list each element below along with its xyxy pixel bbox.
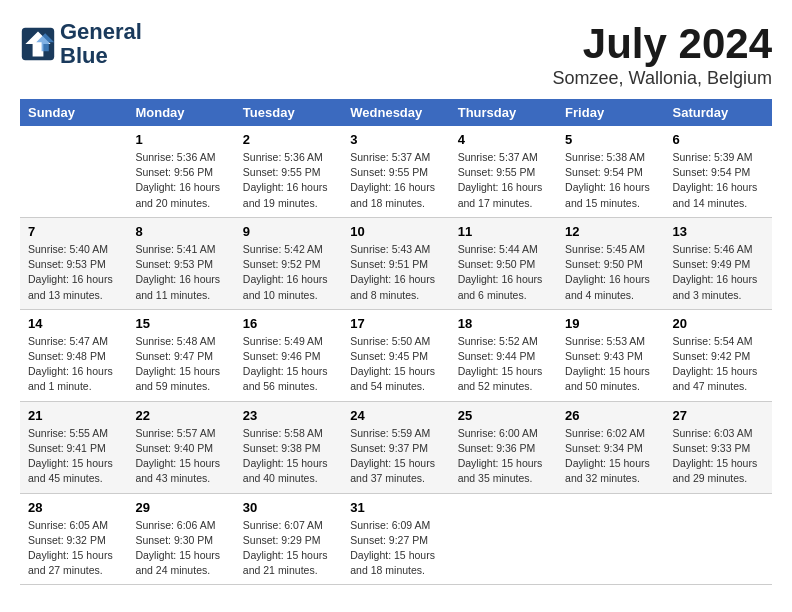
day-number: 31 [350,500,441,515]
cell-info: Sunrise: 5:59 AM Sunset: 9:37 PM Dayligh… [350,426,441,487]
calendar-cell: 28Sunrise: 6:05 AM Sunset: 9:32 PM Dayli… [20,493,127,585]
column-header-sunday: Sunday [20,99,127,126]
cell-info: Sunrise: 5:43 AM Sunset: 9:51 PM Dayligh… [350,242,441,303]
calendar-cell [557,493,664,585]
day-number: 10 [350,224,441,239]
day-number: 14 [28,316,119,331]
day-number: 24 [350,408,441,423]
cell-info: Sunrise: 5:39 AM Sunset: 9:54 PM Dayligh… [673,150,764,211]
day-number: 5 [565,132,656,147]
calendar-cell: 3Sunrise: 5:37 AM Sunset: 9:55 PM Daylig… [342,126,449,217]
month-title: July 2024 [553,20,772,68]
calendar-cell: 19Sunrise: 5:53 AM Sunset: 9:43 PM Dayli… [557,309,664,401]
calendar-cell: 31Sunrise: 6:09 AM Sunset: 9:27 PM Dayli… [342,493,449,585]
day-number: 13 [673,224,764,239]
day-number: 9 [243,224,334,239]
calendar-cell: 9Sunrise: 5:42 AM Sunset: 9:52 PM Daylig… [235,217,342,309]
calendar-cell: 20Sunrise: 5:54 AM Sunset: 9:42 PM Dayli… [665,309,772,401]
cell-info: Sunrise: 5:37 AM Sunset: 9:55 PM Dayligh… [350,150,441,211]
calendar-cell [450,493,557,585]
week-row-1: 1Sunrise: 5:36 AM Sunset: 9:56 PM Daylig… [20,126,772,217]
cell-info: Sunrise: 5:42 AM Sunset: 9:52 PM Dayligh… [243,242,334,303]
calendar-cell: 23Sunrise: 5:58 AM Sunset: 9:38 PM Dayli… [235,401,342,493]
cell-info: Sunrise: 5:38 AM Sunset: 9:54 PM Dayligh… [565,150,656,211]
column-header-thursday: Thursday [450,99,557,126]
calendar-cell: 8Sunrise: 5:41 AM Sunset: 9:53 PM Daylig… [127,217,234,309]
day-number: 29 [135,500,226,515]
cell-info: Sunrise: 5:57 AM Sunset: 9:40 PM Dayligh… [135,426,226,487]
cell-info: Sunrise: 5:47 AM Sunset: 9:48 PM Dayligh… [28,334,119,395]
calendar-cell: 7Sunrise: 5:40 AM Sunset: 9:53 PM Daylig… [20,217,127,309]
cell-info: Sunrise: 5:55 AM Sunset: 9:41 PM Dayligh… [28,426,119,487]
cell-info: Sunrise: 6:06 AM Sunset: 9:30 PM Dayligh… [135,518,226,579]
calendar-cell: 30Sunrise: 6:07 AM Sunset: 9:29 PM Dayli… [235,493,342,585]
day-number: 16 [243,316,334,331]
day-number: 25 [458,408,549,423]
calendar-cell: 24Sunrise: 5:59 AM Sunset: 9:37 PM Dayli… [342,401,449,493]
day-number: 17 [350,316,441,331]
column-header-tuesday: Tuesday [235,99,342,126]
cell-info: Sunrise: 5:58 AM Sunset: 9:38 PM Dayligh… [243,426,334,487]
day-number: 1 [135,132,226,147]
day-number: 30 [243,500,334,515]
cell-info: Sunrise: 5:37 AM Sunset: 9:55 PM Dayligh… [458,150,549,211]
cell-info: Sunrise: 5:54 AM Sunset: 9:42 PM Dayligh… [673,334,764,395]
calendar-cell: 10Sunrise: 5:43 AM Sunset: 9:51 PM Dayli… [342,217,449,309]
calendar-cell: 14Sunrise: 5:47 AM Sunset: 9:48 PM Dayli… [20,309,127,401]
page-header: General Blue July 2024 Somzee, Wallonia,… [20,20,772,89]
calendar-cell: 6Sunrise: 5:39 AM Sunset: 9:54 PM Daylig… [665,126,772,217]
cell-info: Sunrise: 6:00 AM Sunset: 9:36 PM Dayligh… [458,426,549,487]
day-number: 22 [135,408,226,423]
calendar-cell: 25Sunrise: 6:00 AM Sunset: 9:36 PM Dayli… [450,401,557,493]
logo-text: General Blue [60,20,142,68]
calendar-cell: 29Sunrise: 6:06 AM Sunset: 9:30 PM Dayli… [127,493,234,585]
header-row: SundayMondayTuesdayWednesdayThursdayFrid… [20,99,772,126]
week-row-4: 21Sunrise: 5:55 AM Sunset: 9:41 PM Dayli… [20,401,772,493]
cell-info: Sunrise: 5:40 AM Sunset: 9:53 PM Dayligh… [28,242,119,303]
day-number: 15 [135,316,226,331]
day-number: 28 [28,500,119,515]
day-number: 4 [458,132,549,147]
calendar-table: SundayMondayTuesdayWednesdayThursdayFrid… [20,99,772,585]
week-row-5: 28Sunrise: 6:05 AM Sunset: 9:32 PM Dayli… [20,493,772,585]
day-number: 27 [673,408,764,423]
day-number: 8 [135,224,226,239]
day-number: 3 [350,132,441,147]
logo: General Blue [20,20,142,68]
column-header-wednesday: Wednesday [342,99,449,126]
title-block: July 2024 Somzee, Wallonia, Belgium [553,20,772,89]
calendar-cell: 17Sunrise: 5:50 AM Sunset: 9:45 PM Dayli… [342,309,449,401]
day-number: 19 [565,316,656,331]
calendar-cell [665,493,772,585]
cell-info: Sunrise: 6:02 AM Sunset: 9:34 PM Dayligh… [565,426,656,487]
location-title: Somzee, Wallonia, Belgium [553,68,772,89]
cell-info: Sunrise: 5:36 AM Sunset: 9:56 PM Dayligh… [135,150,226,211]
day-number: 12 [565,224,656,239]
calendar-cell: 15Sunrise: 5:48 AM Sunset: 9:47 PM Dayli… [127,309,234,401]
calendar-cell: 27Sunrise: 6:03 AM Sunset: 9:33 PM Dayli… [665,401,772,493]
column-header-friday: Friday [557,99,664,126]
calendar-cell: 1Sunrise: 5:36 AM Sunset: 9:56 PM Daylig… [127,126,234,217]
calendar-cell: 4Sunrise: 5:37 AM Sunset: 9:55 PM Daylig… [450,126,557,217]
cell-info: Sunrise: 6:07 AM Sunset: 9:29 PM Dayligh… [243,518,334,579]
cell-info: Sunrise: 5:45 AM Sunset: 9:50 PM Dayligh… [565,242,656,303]
column-header-saturday: Saturday [665,99,772,126]
day-number: 18 [458,316,549,331]
day-number: 7 [28,224,119,239]
day-number: 11 [458,224,549,239]
column-header-monday: Monday [127,99,234,126]
day-number: 23 [243,408,334,423]
day-number: 21 [28,408,119,423]
calendar-cell: 22Sunrise: 5:57 AM Sunset: 9:40 PM Dayli… [127,401,234,493]
calendar-cell: 13Sunrise: 5:46 AM Sunset: 9:49 PM Dayli… [665,217,772,309]
calendar-cell: 12Sunrise: 5:45 AM Sunset: 9:50 PM Dayli… [557,217,664,309]
logo-icon [20,26,56,62]
calendar-cell: 21Sunrise: 5:55 AM Sunset: 9:41 PM Dayli… [20,401,127,493]
cell-info: Sunrise: 5:36 AM Sunset: 9:55 PM Dayligh… [243,150,334,211]
day-number: 6 [673,132,764,147]
calendar-cell: 5Sunrise: 5:38 AM Sunset: 9:54 PM Daylig… [557,126,664,217]
day-number: 2 [243,132,334,147]
cell-info: Sunrise: 5:46 AM Sunset: 9:49 PM Dayligh… [673,242,764,303]
cell-info: Sunrise: 5:53 AM Sunset: 9:43 PM Dayligh… [565,334,656,395]
calendar-cell: 11Sunrise: 5:44 AM Sunset: 9:50 PM Dayli… [450,217,557,309]
